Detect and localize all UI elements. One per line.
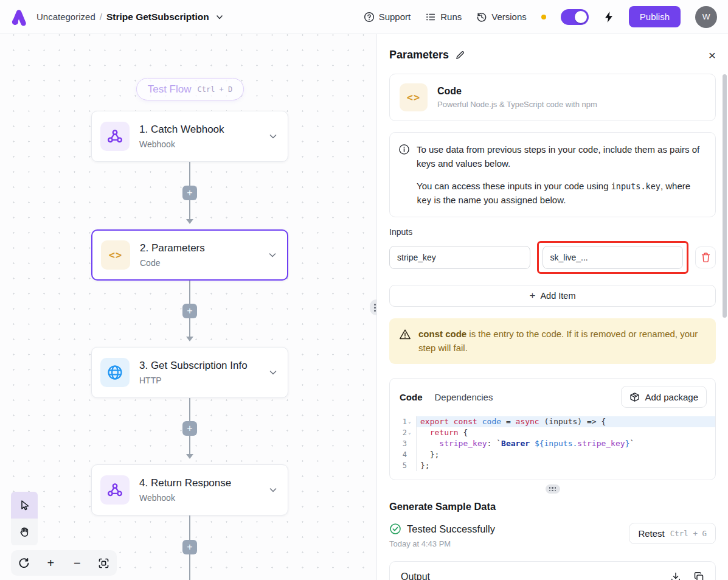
cursor-icon bbox=[18, 499, 30, 511]
code-icon: <> bbox=[101, 240, 130, 270]
select-tool-button[interactable] bbox=[11, 492, 38, 519]
step-card-get-subscription[interactable]: 3. Get Subscription Info HTTP bbox=[91, 347, 288, 398]
chevron-down-icon[interactable] bbox=[268, 368, 278, 377]
zoom-in-button[interactable]: + bbox=[40, 553, 61, 573]
step-text: 4. Return Response Webhook bbox=[139, 477, 258, 503]
package-icon bbox=[629, 392, 640, 402]
fold-chevron-icon[interactable]: ⌄ bbox=[408, 427, 414, 438]
code-editor[interactable]: 1⌄ export const code = async (inputs) =>… bbox=[390, 410, 715, 480]
connector: + bbox=[182, 162, 197, 229]
add-item-label: Add Item bbox=[540, 291, 575, 301]
delete-input-button[interactable] bbox=[695, 246, 716, 268]
flow-title[interactable]: Stripe GetSubscription bbox=[106, 12, 209, 23]
add-item-button[interactable]: + Add Item bbox=[389, 285, 716, 307]
input-value-field[interactable] bbox=[543, 246, 684, 269]
globe-icon bbox=[100, 358, 130, 387]
warning-text: const code is the entry to the code. If … bbox=[418, 327, 706, 355]
chevron-down-icon[interactable] bbox=[268, 250, 277, 260]
connector: + bbox=[182, 398, 197, 464]
pan-tool-button[interactable] bbox=[11, 519, 38, 545]
test-flow-label: Test Flow bbox=[148, 83, 192, 96]
runs-list-icon bbox=[425, 12, 436, 23]
versions-label: Versions bbox=[491, 12, 527, 22]
section-resize-handle[interactable] bbox=[546, 484, 560, 494]
generate-sample-data-heading: Generate Sample Data bbox=[389, 501, 716, 512]
step-subtitle: Webhook bbox=[139, 139, 258, 149]
rename-pencil-icon[interactable] bbox=[455, 50, 465, 60]
breadcrumb-separator: / bbox=[100, 12, 102, 22]
chevron-down-icon[interactable] bbox=[268, 485, 278, 495]
versions-button[interactable]: Versions bbox=[476, 12, 527, 23]
add-step-plus-button[interactable]: + bbox=[182, 540, 197, 554]
info-icon bbox=[398, 144, 410, 155]
add-package-button[interactable]: Add package bbox=[621, 386, 707, 408]
chevron-down-icon[interactable] bbox=[268, 131, 278, 141]
flow-canvas[interactable]: Test Flow Ctrl + D 1. Catch Webhook Webh… bbox=[0, 34, 377, 580]
inline-code: key bbox=[417, 195, 431, 205]
panel-resize-handle[interactable] bbox=[370, 299, 377, 315]
main-area: Test Flow Ctrl + D 1. Catch Webhook Webh… bbox=[0, 34, 728, 580]
support-button[interactable]: Support bbox=[364, 12, 411, 23]
runs-label: Runs bbox=[440, 12, 462, 22]
piece-info-card: <> Code Powerful Node.js & TypeScript co… bbox=[389, 74, 716, 121]
copy-icon bbox=[693, 571, 704, 580]
code-editor-card: Code Dependencies Add package 1⌄ bbox=[389, 378, 716, 480]
minus-icon: − bbox=[74, 556, 81, 570]
refresh-icon bbox=[18, 557, 30, 569]
close-panel-button[interactable]: × bbox=[709, 49, 716, 61]
step-subtitle: HTTP bbox=[139, 376, 258, 385]
step-card-catch-webhook[interactable]: 1. Catch Webhook Webhook bbox=[91, 111, 288, 162]
tab-dependencies[interactable]: Dependencies bbox=[435, 392, 493, 402]
step-title: 3. Get Subscription Info bbox=[139, 360, 258, 372]
info-paragraph-2: You can access these inputs in your code… bbox=[417, 179, 704, 208]
add-step-plus-button[interactable]: + bbox=[182, 421, 197, 436]
output-card: Output bbox=[389, 561, 716, 580]
retest-button[interactable]: Retest Ctrl + G bbox=[629, 523, 716, 544]
add-step-plus-button[interactable]: + bbox=[182, 186, 197, 200]
fit-view-button[interactable] bbox=[93, 553, 114, 573]
inputs-info-box: To use data from previous steps in your … bbox=[389, 132, 716, 217]
fold-chevron-icon[interactable]: ⌄ bbox=[408, 416, 414, 427]
step-card-parameters[interactable]: <> 2. Parameters Code bbox=[91, 229, 288, 281]
draft-status-dot bbox=[541, 15, 546, 19]
download-output-button[interactable] bbox=[670, 571, 681, 580]
code-icon: <> bbox=[400, 83, 428, 111]
zoom-out-button[interactable]: − bbox=[67, 553, 88, 573]
add-step-plus-button[interactable]: + bbox=[182, 304, 197, 318]
runs-button[interactable]: Runs bbox=[425, 12, 462, 23]
test-flow-button[interactable]: Test Flow Ctrl + D bbox=[136, 78, 244, 100]
retest-label: Retest bbox=[638, 528, 664, 539]
step-settings-panel: Parameters × <> Code Powerful Node.js & … bbox=[377, 34, 728, 580]
download-icon bbox=[670, 571, 681, 580]
canvas-zoom-toolbar: + − bbox=[11, 550, 117, 576]
reset-view-button[interactable] bbox=[14, 553, 35, 573]
input-key-field[interactable] bbox=[389, 246, 530, 269]
tab-code[interactable]: Code bbox=[400, 392, 423, 402]
step-text: 1. Catch Webhook Webhook bbox=[139, 124, 258, 149]
canvas-tool-column bbox=[11, 492, 38, 545]
copy-output-button[interactable] bbox=[693, 571, 704, 580]
user-avatar[interactable]: W bbox=[695, 6, 717, 28]
info-text: To use data from previous steps in your … bbox=[417, 142, 704, 207]
webhook-icon bbox=[100, 122, 130, 151]
flow-enabled-toggle[interactable] bbox=[561, 9, 589, 25]
step-card-return-response[interactable]: 4. Return Response Webhook bbox=[91, 464, 288, 515]
add-package-label: Add package bbox=[645, 392, 698, 402]
panel-title: Parameters bbox=[389, 49, 449, 61]
test-timestamp: Today at 4:43 PM bbox=[389, 539, 629, 548]
support-label: Support bbox=[379, 12, 411, 22]
const-code-warning: const code is the entry to the code. If … bbox=[389, 318, 716, 364]
step-subtitle: Code bbox=[140, 258, 258, 268]
help-icon bbox=[364, 12, 375, 23]
info-paragraph-1: To use data from previous steps in your … bbox=[417, 142, 704, 171]
piece-name: Code bbox=[437, 86, 597, 97]
publish-button[interactable]: Publish bbox=[629, 6, 681, 27]
flow-menu-chevron-icon[interactable] bbox=[215, 13, 224, 21]
activepieces-logo-icon[interactable] bbox=[10, 8, 28, 26]
breadcrumb-category[interactable]: Uncategorized bbox=[36, 12, 95, 22]
panel-scrollbar[interactable] bbox=[723, 74, 727, 318]
hand-icon bbox=[18, 526, 30, 538]
piece-description: Powerful Node.js & TypeScript code with … bbox=[437, 100, 597, 109]
step-title: 2. Parameters bbox=[140, 242, 258, 254]
instant-run-bolt-icon[interactable] bbox=[603, 11, 614, 23]
